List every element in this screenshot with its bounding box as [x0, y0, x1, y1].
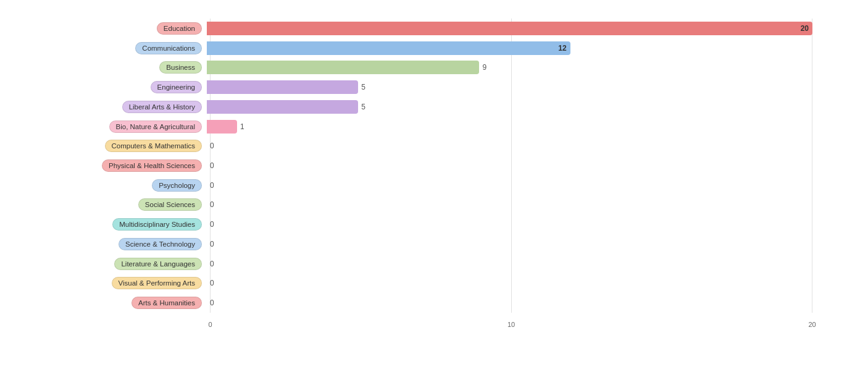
bar-fill: 20	[207, 22, 812, 35]
bar-value: 5	[361, 83, 365, 91]
bar-track: 0	[207, 257, 812, 271]
bar-value: 0	[210, 220, 214, 229]
bar-track: 0	[207, 179, 812, 192]
bar-row: Liberal Arts & History5	[19, 97, 849, 117]
label-pill: Business	[159, 61, 202, 74]
bar-label: Science & Technology	[19, 238, 207, 250]
bar-row: Visual & Performing Arts0	[19, 274, 849, 294]
bar-value: 0	[210, 260, 214, 268]
bar-label: Engineering	[19, 81, 207, 93]
bar-fill	[207, 61, 479, 74]
label-pill: Computers & Mathematics	[105, 140, 202, 152]
bar-value: 0	[210, 142, 214, 150]
bar-track: 12	[207, 41, 812, 55]
bar-row: Physical & Health Sciences0	[19, 156, 849, 176]
label-pill: Liberal Arts & History	[122, 101, 202, 113]
label-pill: Psychology	[152, 179, 202, 192]
bar-track: 0	[207, 296, 812, 310]
bar-track: 0	[207, 139, 812, 153]
bar-row: Arts & Humanities0	[19, 293, 849, 313]
bar-label: Multidisciplinary Studies	[19, 218, 207, 231]
bar-track: 20	[207, 22, 812, 35]
bar-row: Computers & Mathematics0	[19, 136, 849, 156]
label-pill: Social Sciences	[138, 198, 202, 211]
bar-track: 5	[207, 100, 812, 114]
bar-label: Bio, Nature & Agricultural	[19, 121, 207, 133]
label-pill: Science & Technology	[119, 238, 202, 250]
bar-value: 0	[210, 240, 214, 248]
bar-label: Education	[19, 22, 207, 35]
bar-row: Engineering5	[19, 77, 849, 97]
label-pill: Communications	[135, 42, 202, 54]
bar-value: 1	[240, 122, 244, 131]
bar-track: 0	[207, 276, 812, 290]
bar-label: Psychology	[19, 179, 207, 192]
bar-row: Communications12	[19, 38, 849, 58]
bar-row: Bio, Nature & Agricultural1	[19, 117, 849, 137]
bar-value: 0	[210, 161, 214, 170]
bar-label: Literature & Languages	[19, 258, 207, 270]
bar-fill: 12	[207, 41, 570, 55]
label-pill: Bio, Nature & Agricultural	[109, 121, 202, 133]
bar-row: Multidisciplinary Studies0	[19, 214, 849, 234]
bar-track: 0	[207, 218, 812, 231]
label-pill: Education	[157, 22, 202, 35]
bar-fill	[207, 80, 358, 94]
bar-label: Arts & Humanities	[19, 297, 207, 309]
bar-track: 0	[207, 159, 812, 172]
bar-row: Psychology0	[19, 176, 849, 195]
bar-track: 5	[207, 80, 812, 94]
bar-row: Social Sciences0	[19, 195, 849, 215]
bar-row: Education20	[19, 19, 849, 38]
bar-track: 0	[207, 198, 812, 211]
bar-label: Social Sciences	[19, 198, 207, 211]
bar-label: Computers & Mathematics	[19, 140, 207, 152]
label-pill: Multidisciplinary Studies	[112, 218, 202, 231]
bar-value: 0	[210, 279, 214, 287]
bar-row: Literature & Languages0	[19, 254, 849, 274]
bar-track: 0	[207, 237, 812, 251]
bar-row: Business9	[19, 57, 849, 77]
bar-label: Visual & Performing Arts	[19, 277, 207, 289]
grid-label: 10	[507, 321, 515, 328]
bar-value: 20	[801, 24, 809, 33]
bar-value: 0	[210, 299, 214, 307]
bar-value: 9	[482, 63, 486, 72]
bar-value: 5	[361, 103, 365, 111]
bar-value: 0	[210, 200, 214, 209]
label-pill: Literature & Languages	[114, 258, 202, 270]
bar-value: 0	[210, 181, 214, 190]
bar-fill	[207, 100, 358, 114]
bar-fill	[207, 120, 237, 134]
bar-label: Liberal Arts & History	[19, 101, 207, 113]
bar-label: Physical & Health Sciences	[19, 159, 207, 172]
bar-label: Communications	[19, 42, 207, 54]
label-pill: Visual & Performing Arts	[112, 277, 202, 289]
chart-container: 01020 Education20Communications12Busines…	[0, 0, 868, 390]
bar-row: Science & Technology0	[19, 234, 849, 254]
bar-label: Business	[19, 61, 207, 74]
bar-value: 12	[558, 44, 566, 53]
chart-area: 01020 Education20Communications12Busines…	[19, 19, 849, 331]
bar-track: 9	[207, 61, 812, 74]
label-pill: Physical & Health Sciences	[102, 159, 202, 172]
label-pill: Arts & Humanities	[131, 297, 202, 309]
bars-area: Education20Communications12Business9Engi…	[19, 19, 849, 313]
grid-label: 20	[808, 321, 816, 328]
label-pill: Engineering	[151, 81, 202, 93]
bar-track: 1	[207, 120, 812, 134]
grid-label: 0	[208, 321, 212, 328]
